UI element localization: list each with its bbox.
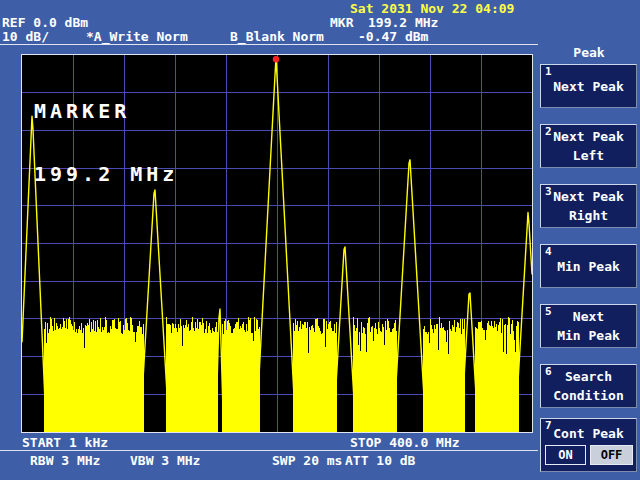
menu-title: Peak [538, 46, 640, 60]
softkey-label-line1: Search [565, 367, 612, 386]
softkey-menu: Peak 1 Next Peak 2 Next Peak Left 3 Next… [538, 44, 640, 480]
cont-peak-toggle: ON OFF [541, 445, 636, 467]
softkey-number: 4 [545, 246, 552, 257]
marker-readout-label: MKR [330, 16, 353, 29]
marker-frequency-readout: 199.2 MHz [368, 16, 438, 29]
softkey-label-line2: Left [573, 146, 604, 165]
softkey-label-line1: Next Peak [553, 77, 623, 96]
marker-dot [273, 56, 279, 62]
vbw-label: VBW 3 MHz [130, 454, 200, 467]
softkey-3-next-peak-right[interactable]: 3 Next Peak Right [540, 184, 637, 228]
spectrum-analyzer-screen: { "colors": { "background": "#3e5fa7", "… [0, 0, 640, 480]
softkey-5-next-min-peak[interactable]: 5 Next Min Peak [540, 304, 637, 348]
stop-freq-label: STOP 400.0 MHz [350, 436, 460, 449]
softkey-label-line1: Cont Peak [553, 424, 623, 443]
marker-annotation-freq: 199.2 MHz [34, 164, 178, 185]
cont-peak-off-button[interactable]: OFF [590, 445, 633, 465]
softkey-label-line2: Condition [553, 386, 623, 405]
softkey-label-line1: Next [573, 307, 604, 326]
rbw-label: RBW 3 MHz [30, 454, 100, 467]
header-divider [0, 44, 538, 45]
attenuation-label: ATT 10 dB [345, 454, 415, 467]
noise-floor [44, 317, 518, 432]
softkey-number: 6 [545, 366, 552, 377]
footer-divider [0, 450, 538, 451]
sweep-time-label: SWP 20 ms [272, 454, 342, 467]
trace-b-mode-label: B_Blank Norm [230, 30, 324, 43]
spectrum-display: MARKER 199.2 MHz [21, 54, 533, 433]
softkey-number: 1 [545, 66, 552, 77]
softkey-4-min-peak[interactable]: 4 Min Peak [540, 244, 637, 288]
softkey-label-line1: Next Peak [553, 127, 623, 146]
trace-a-mode-label: *A_Write Norm [86, 30, 188, 43]
softkey-label-line2: Min Peak [557, 326, 620, 345]
softkey-6-search-condition[interactable]: 6 Search Condition [540, 364, 637, 408]
softkey-number: 3 [545, 186, 552, 197]
cont-peak-on-button[interactable]: ON [545, 445, 586, 465]
softkey-number: 7 [545, 420, 552, 431]
softkey-1-next-peak[interactable]: 1 Next Peak [540, 64, 637, 108]
softkey-2-next-peak-left[interactable]: 2 Next Peak Left [540, 124, 637, 168]
start-freq-label: START 1 kHz [22, 436, 108, 449]
marker-annotation: MARKER 199.2 MHz [34, 59, 178, 227]
datetime-display: Sat 2031 Nov 22 04:09 [350, 2, 514, 15]
softkey-number: 2 [545, 126, 552, 137]
marker-annotation-title: MARKER [34, 101, 178, 122]
softkey-7-cont-peak[interactable]: 7 Cont Peak ON OFF [540, 418, 637, 472]
softkey-label-line1: Min Peak [557, 257, 620, 276]
softkey-number: 5 [545, 306, 552, 317]
marker-level-readout: -0.47 dBm [358, 30, 428, 43]
scale-label: 10 dB/ [2, 30, 49, 43]
softkey-label-line2: Right [569, 206, 608, 225]
softkey-label-line1: Next Peak [553, 187, 623, 206]
ref-level-label: REF 0.0 dBm [2, 16, 88, 29]
